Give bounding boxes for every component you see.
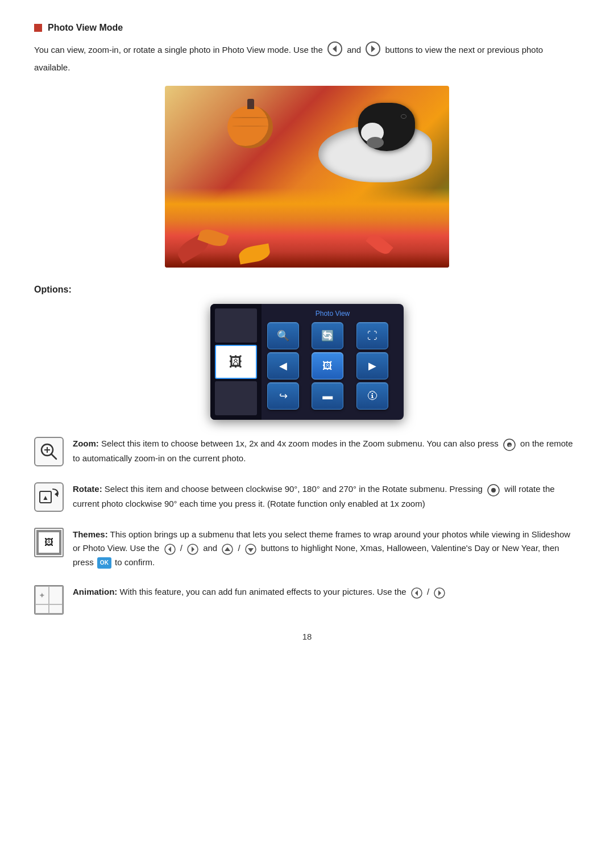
themes-option-text: Themes: This option brings up a submenu …	[73, 528, 580, 569]
intro-paragraph: You can view, zoom-in, or rotate a singl…	[34, 41, 580, 74]
ok-button-icon: OK	[97, 557, 111, 569]
themes-text-and: and	[203, 543, 217, 553]
svg-marker-3	[371, 45, 375, 52]
section-title: Photo View Mode	[34, 23, 580, 33]
thumb-1	[215, 308, 257, 343]
photo-view-menu-container: 🖼 Photo View 🔍 🔄 ⛶ ◀ 🖼 ▶ ↪ ▬ 🛈	[34, 304, 580, 420]
anim-cell-1: ✦	[35, 586, 49, 604]
grid-slideshow-icon[interactable]: ▬	[312, 382, 343, 410]
grid-rotate-icon[interactable]: 🔄	[312, 322, 343, 349]
thumb-3	[215, 381, 257, 415]
grid-share-icon[interactable]: ↪	[267, 382, 299, 410]
anim-cell-2	[49, 586, 63, 604]
page-number: 18	[34, 632, 580, 641]
anim-left-icon	[410, 586, 423, 599]
options-icon-grid: 🔍 🔄 ⛶ ◀ 🖼 ▶ ↪ ▬ 🛈	[267, 322, 398, 410]
themes-down-icon	[244, 542, 257, 556]
svg-marker-23	[248, 548, 254, 552]
grid-fullscreen-icon[interactable]: ⛶	[356, 322, 388, 349]
animation-option-text: Animation: With this feature, you can ad…	[73, 585, 580, 599]
page-number-text: 18	[302, 632, 312, 641]
rotate-remote-icon	[487, 483, 500, 497]
zoom-text-1: Select this item to choose between 1x, 2…	[101, 439, 499, 448]
section-title-icon	[34, 24, 42, 32]
menu-panel-title: Photo View	[267, 310, 398, 318]
rotate-option-text: Rotate: Select this item and choose betw…	[73, 482, 580, 511]
photo-container	[34, 86, 580, 268]
svg-marker-21	[225, 547, 230, 551]
options-label-text: Options:	[34, 285, 72, 294]
svg-marker-1	[333, 45, 337, 52]
thumbnail-strip: 🖼	[210, 304, 262, 420]
themes-label: Themes:	[73, 529, 108, 539]
grid-zoom-icon[interactable]: 🔍	[267, 322, 299, 349]
themes-option-item: 🖼 Themes: This option brings up a submen…	[34, 528, 580, 569]
intro-text-1: You can view, zoom-in, or rotate a singl…	[34, 45, 323, 55]
intro-text-and: and	[347, 45, 361, 55]
grid-next-icon[interactable]: ▶	[356, 352, 388, 379]
svg-marker-12	[55, 491, 58, 497]
animation-label: Animation:	[73, 587, 117, 596]
anim-star-icon: ✦	[39, 591, 45, 600]
animation-icon-box: ✦	[34, 585, 64, 615]
rotate-text-1: Select this item and choose between cloc…	[105, 484, 483, 494]
svg-text:▲: ▲	[42, 494, 49, 502]
animation-option-item: ✦ Animation: With this feature, you can …	[34, 585, 580, 615]
grid-info-icon[interactable]: 🛈	[356, 382, 388, 410]
rotate-icon-box: ▲	[34, 482, 64, 512]
zoom-option-text: Zoom: Select this item to choose between…	[73, 437, 580, 465]
rotate-option-item: ▲ Rotate: Select this item and choose be…	[34, 482, 580, 512]
themes-icon-box: 🖼	[34, 528, 64, 557]
section-heading-text: Photo View Mode	[48, 23, 123, 33]
dog-photo	[165, 86, 449, 268]
options-title: Options:	[34, 285, 580, 295]
zoom-remote-icon: ⚙	[503, 437, 516, 452]
svg-marker-19	[192, 546, 194, 552]
photo-view-menu: 🖼 Photo View 🔍 🔄 ⛶ ◀ 🖼 ▶ ↪ ▬ 🛈	[210, 304, 404, 420]
themes-text-4: to confirm.	[115, 557, 155, 567]
svg-marker-27	[438, 590, 441, 596]
svg-marker-25	[415, 590, 418, 596]
svg-point-15	[491, 488, 496, 493]
themes-left-icon	[164, 542, 176, 556]
grid-view-icon[interactable]: 🖼	[312, 352, 343, 379]
anim-right-icon	[433, 586, 446, 599]
svg-marker-17	[168, 546, 171, 552]
svg-line-5	[51, 454, 56, 459]
animation-text-1: With this feature, you can add fun anima…	[120, 587, 406, 596]
zoom-option-item: Zoom: Select this item to choose between…	[34, 437, 580, 466]
grid-prev-icon[interactable]: ◀	[267, 352, 299, 379]
svg-text:⚙: ⚙	[508, 444, 511, 448]
zoom-label: Zoom:	[73, 439, 99, 448]
rotate-label: Rotate:	[73, 484, 102, 494]
right-nav-icon	[365, 41, 381, 61]
zoom-icon-box	[34, 437, 64, 466]
themes-up-icon	[221, 542, 234, 556]
anim-cell-4	[49, 604, 63, 614]
left-nav-icon	[327, 41, 343, 61]
anim-cell-3	[35, 604, 49, 614]
icon-grid-panel: Photo View 🔍 🔄 ⛶ ◀ 🖼 ▶ ↪ ▬ 🛈	[262, 304, 404, 420]
themes-right-icon	[186, 542, 199, 556]
thumb-2-selected: 🖼	[215, 345, 257, 379]
thumb-arrow	[256, 358, 257, 365]
